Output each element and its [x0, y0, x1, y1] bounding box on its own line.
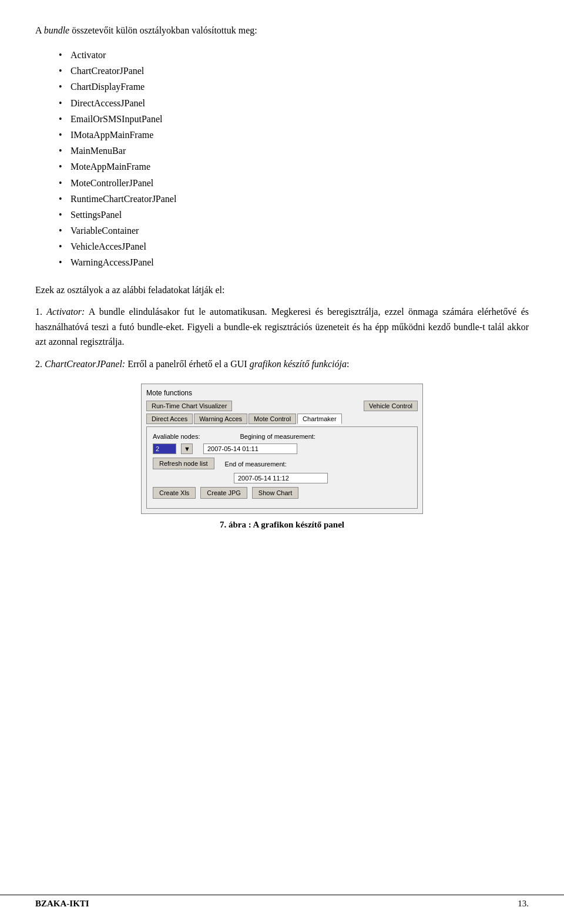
tab-warning-acces[interactable]: Warning Acces — [194, 414, 247, 424]
figure-sub-tabs-row: Direct Acces Warning Acces Mote Control … — [146, 414, 418, 424]
show-chart-button[interactable]: Show Chart — [252, 487, 298, 499]
intro-text-after: összetevőit külön osztályokban valósítot… — [69, 25, 257, 35]
section-intro: Ezek az osztályok a az alábbi feladatoka… — [35, 283, 529, 298]
intro-italic: bundle — [44, 25, 70, 35]
list-item: MoteAppMainFrame — [59, 159, 529, 174]
list-item: VariableContainer — [59, 223, 529, 238]
list-item: Activator — [59, 47, 529, 63]
list-item: IMotaAppMainFrame — [59, 127, 529, 143]
text-1: A bundle elindulásakor fut le automatiku… — [35, 307, 529, 347]
main-content: A bundle összetevőit külön osztályokban … — [35, 23, 529, 530]
create-jpg-button[interactable]: Create JPG — [200, 487, 247, 499]
list-item: MoteControllerJPanel — [59, 175, 529, 191]
bullet-list: Activator ChartCreatorJPanel ChartDispla… — [59, 47, 529, 271]
tail-text-2: : — [347, 359, 349, 369]
footer-right: 13. — [518, 899, 529, 909]
list-item: EmailOrSMSInputPanel — [59, 111, 529, 127]
list-item: VehicleAccesJPanel — [59, 238, 529, 254]
numbered-item-1: 1. Activator: A bundle elindulásakor fut… — [35, 304, 529, 350]
refresh-node-list-button[interactable]: Refresh node list — [153, 458, 214, 469]
intro-paragraph: A bundle összetevőit külön osztályokban … — [35, 23, 529, 38]
create-xls-button[interactable]: Create Xls — [153, 487, 196, 499]
end-label: End of measurement: — [225, 461, 287, 468]
figure-title-bar: Mote functions — [146, 389, 418, 397]
tab-vehicle-control[interactable]: Vehicle Control — [364, 401, 418, 411]
figure-container: Mote functions Run-Time Chart Visualizer… — [35, 384, 529, 530]
list-item: SettingsPanel — [59, 207, 529, 223]
figure-caption: 7. ábra : A grafikon készítő panel — [35, 520, 529, 530]
label-1: Activator: — [46, 307, 85, 317]
tab-mote-control[interactable]: Mote Control — [249, 414, 296, 424]
numbered-item-2: 2. ChartCreatorJPanel: Erről a panelről … — [35, 357, 529, 372]
list-item: ChartDisplayFrame — [59, 79, 529, 95]
fig-row-avaliable: Avaliable nodes: Begining of measurement… — [153, 433, 411, 440]
fig-row-end: 2007-05-14 11:12 — [153, 473, 411, 483]
num-1: 1. — [35, 307, 42, 317]
tab-direct-acces[interactable]: Direct Acces — [146, 414, 193, 424]
fig-row-action-buttons: Create Xls Create JPG Show Chart — [153, 487, 411, 499]
end-value-input[interactable]: 2007-05-14 11:12 — [234, 473, 328, 483]
footer-bar: BZAKA-IKTI 13. — [0, 895, 564, 912]
text-2: Erről a panelről érhető el a GUI — [125, 359, 249, 369]
tab-runtime-chart[interactable]: Run-Time Chart Visualizer — [146, 401, 232, 411]
avaliable-nodes-dropdown[interactable]: ▼ — [181, 443, 193, 454]
list-item: WarningAccessJPanel — [59, 254, 529, 270]
list-item: DirectAccessJPanel — [59, 95, 529, 111]
list-item: MainMenuBar — [59, 143, 529, 159]
avaliable-nodes-label: Avaliable nodes: — [153, 433, 200, 440]
beginning-value-input[interactable]: 2007-05-14 01:11 — [203, 443, 297, 454]
num-2: 2. — [35, 359, 42, 369]
fig-row-refresh: Refresh node list End of measurement: — [153, 458, 411, 469]
list-item: RuntimeChartCreatorJPanel — [59, 191, 529, 207]
avaliable-nodes-input[interactable]: 2 — [153, 443, 176, 454]
tab-chartmaker[interactable]: Chartmaker — [297, 414, 341, 424]
figure-box: Mote functions Run-Time Chart Visualizer… — [141, 384, 423, 514]
list-item: ChartCreatorJPanel — [59, 63, 529, 79]
intro-text-before: A — [35, 25, 44, 35]
beginning-label: Begining of measurement: — [240, 433, 315, 440]
fig-inner-panel: Avaliable nodes: Begining of measurement… — [146, 426, 418, 509]
fig-row-inputs: 2 ▼ 2007-05-14 01:11 — [153, 443, 411, 454]
label-2: ChartCreatorJPanel: — [45, 359, 125, 369]
footer-left: BZAKA-IKTI — [35, 899, 89, 909]
tail-italic-2: grafikon készítő funkciója — [250, 359, 347, 369]
figure-tabs-row: Run-Time Chart Visualizer Vehicle Contro… — [146, 401, 418, 411]
